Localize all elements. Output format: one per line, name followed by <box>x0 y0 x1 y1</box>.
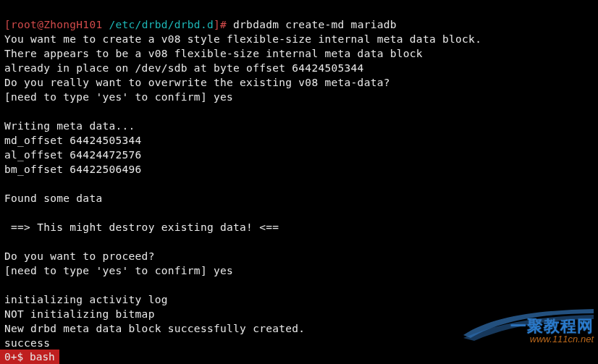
output-line: You want me to create a v08 style flexib… <box>4 33 481 45</box>
output-line: Found some data <box>4 192 102 204</box>
output-line: al_offset 64424472576 <box>4 149 142 161</box>
prompt-bracket-close: ] <box>214 19 220 30</box>
output-line: NOT initializing bitmap <box>4 308 155 320</box>
output-line: ==> This might destroy existing data! <=… <box>4 221 279 233</box>
output-line: [need to type 'yes' to confirm] yes <box>4 91 233 103</box>
tmux-statusbar[interactable]: 0+$ bash <box>0 350 598 364</box>
output-line: Writing meta data... <box>4 120 135 132</box>
output-line: Do you want to proceed? <box>4 250 155 262</box>
typed-command: drbdadm create-md mariadb <box>233 19 397 30</box>
output-line: [need to type 'yes' to confirm] yes <box>4 265 233 276</box>
output-line: Do you really want to overwrite the exis… <box>4 77 390 88</box>
prompt-hash: # <box>220 19 233 30</box>
prompt-path: /etc/drbd/drbd.d <box>109 19 213 30</box>
prompt-bracket-open: [ <box>4 19 11 30</box>
output-line: There appears to be a v08 flexible-size … <box>4 48 423 59</box>
output-line: bm_offset 64422506496 <box>4 164 142 175</box>
output-line: initializing activity log <box>4 294 168 305</box>
output-line: New drbd meta data block successfully cr… <box>4 323 305 334</box>
prompt-user-host: root@ZhongH101 <box>11 19 102 30</box>
output-line: md_offset 64424505344 <box>4 135 142 146</box>
status-window[interactable]: 0+$ bash <box>0 350 59 364</box>
output-line: already in place on /dev/sdb at byte off… <box>4 62 364 74</box>
output-line: success <box>4 337 50 349</box>
terminal-output[interactable]: [root@ZhongH101 /etc/drbd/drbd.d]# drbda… <box>0 0 598 364</box>
